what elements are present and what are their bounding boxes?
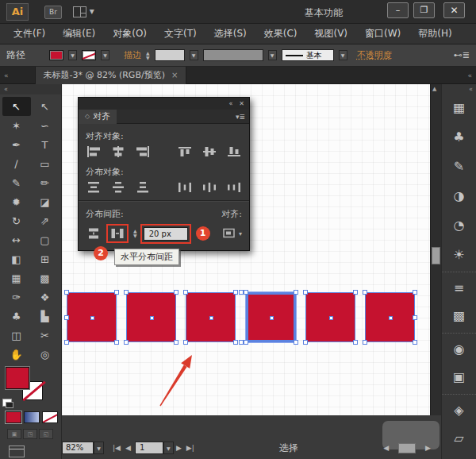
align-horizontal-right-icon[interactable] <box>135 145 151 158</box>
gradient-button[interactable] <box>24 411 40 423</box>
panel-menu-icon[interactable]: ▾≣ <box>236 113 249 121</box>
selection-handle[interactable] <box>244 340 248 345</box>
selection-handle[interactable] <box>244 290 248 295</box>
center-anchor-point[interactable] <box>329 316 333 320</box>
menu-item-6[interactable]: 视图(V) <box>305 24 356 44</box>
scroll-up-icon[interactable]: ▲ <box>432 86 436 92</box>
blob-brush-tool[interactable]: ✹ <box>2 192 31 211</box>
selection-handle[interactable] <box>413 340 417 345</box>
menu-item-2[interactable]: 对象(O) <box>104 24 155 44</box>
spacing-stepper[interactable]: ▲▼ <box>133 229 137 238</box>
workspace-switcher-icon[interactable]: ▾ <box>73 6 94 19</box>
distribute-horizontal-center-icon[interactable] <box>202 181 217 194</box>
graphic-styles-panel-icon[interactable]: ▩ <box>442 301 476 330</box>
selection-handle[interactable] <box>124 290 129 295</box>
vertical-scroll-thumb[interactable] <box>432 247 440 264</box>
artboard-dropdown-icon[interactable]: ▼ <box>163 442 174 454</box>
color-panel-icon[interactable]: ◑ <box>442 181 476 210</box>
selection-handle[interactable] <box>353 340 358 345</box>
selection-handle[interactable] <box>233 340 238 345</box>
symbol-sprayer-tool[interactable]: ♣ <box>2 307 31 326</box>
stroke-dropdown-icon[interactable]: ▼ <box>101 50 109 60</box>
dock-collapse-icon[interactable]: « <box>442 84 476 93</box>
horizontal-scroll-thumb[interactable] <box>398 443 416 453</box>
selection-handle[interactable] <box>239 290 244 295</box>
distribute-horizontal-left-icon[interactable] <box>177 181 193 194</box>
swatches-panel-icon[interactable]: ▦ <box>442 93 476 122</box>
selection-handle[interactable] <box>183 340 188 345</box>
document-tab[interactable]: 未标题-3* @ 82% (RGB/预览) × <box>35 67 187 84</box>
line-segment-tool[interactable]: ∕ <box>2 154 31 173</box>
pen-tool[interactable]: ✒ <box>2 135 31 154</box>
selection-handle[interactable] <box>64 315 69 320</box>
style-dropdown-icon[interactable]: ▼ <box>339 50 347 60</box>
control-panel-options-icon[interactable]: ⊷≣ <box>454 50 470 60</box>
rectangle-tool[interactable]: ▭ <box>31 154 60 173</box>
menu-item-3[interactable]: 文字(T) <box>155 24 205 44</box>
magic-wand-tool[interactable]: ✶ <box>2 116 31 135</box>
transparency-panel-icon[interactable]: ◉ <box>442 333 476 362</box>
stroke-style-field[interactable]: 基本 <box>282 49 334 61</box>
menu-item-5[interactable]: 效果(C) <box>255 24 306 44</box>
eyedropper-tool[interactable]: ✑ <box>2 287 31 307</box>
scroll-left-icon[interactable]: ◀ <box>381 444 391 452</box>
draw-inside-icon[interactable]: ◱ <box>39 429 53 439</box>
align-panel-tab[interactable]: ◇ 对齐 <box>79 110 117 124</box>
direct-selection-tool[interactable]: ↖ <box>31 97 60 116</box>
blend-tool[interactable]: ❖ <box>31 287 60 307</box>
eraser-tool[interactable]: ◪ <box>31 192 60 211</box>
width-tool[interactable]: ↔ <box>2 230 31 249</box>
fill-swatch[interactable] <box>6 367 29 389</box>
center-anchor-point[interactable] <box>150 316 154 320</box>
stroke-panel-icon[interactable]: ≡ <box>442 272 476 301</box>
paintbrush-tool[interactable]: ✎ <box>2 173 31 192</box>
none-button[interactable] <box>42 411 58 423</box>
menu-item-8[interactable]: 帮助(H) <box>409 24 460 44</box>
pencil-tool[interactable]: ✏ <box>31 173 60 192</box>
selection-handle[interactable] <box>233 290 238 295</box>
rotate-tool[interactable]: ↻ <box>2 211 31 230</box>
center-anchor-point[interactable] <box>389 316 393 320</box>
right-dock-collapse-icon[interactable]: « <box>463 71 476 79</box>
draw-behind-icon[interactable]: ◳ <box>23 429 37 439</box>
zoom-dropdown-icon[interactable]: ▼ <box>94 442 104 454</box>
selection-handle[interactable] <box>239 340 244 345</box>
selection-handle[interactable] <box>294 340 298 345</box>
fill-color-swatch[interactable] <box>49 50 63 60</box>
default-fill-stroke-icon[interactable] <box>2 399 12 407</box>
last-artboard-icon[interactable]: ▶| <box>184 444 197 452</box>
center-anchor-point[interactable] <box>209 316 213 320</box>
align-to-selection-icon[interactable]: ▾ <box>221 227 242 240</box>
zoom-tool[interactable]: ◎ <box>31 345 60 364</box>
slice-tool[interactable]: ✂ <box>31 326 60 345</box>
selection-handle[interactable] <box>64 290 69 295</box>
stroke-weight-dropdown-icon[interactable]: ▼ <box>190 50 198 60</box>
fill-dropdown-icon[interactable]: ▼ <box>68 50 77 60</box>
color-button[interactable] <box>6 411 21 423</box>
center-anchor-point[interactable] <box>270 316 274 320</box>
shape-builder-tool[interactable]: ◧ <box>2 249 31 268</box>
opacity-label[interactable]: 不透明度 <box>357 49 392 61</box>
panel-close-icon[interactable]: ✕ <box>239 100 244 107</box>
panel-collapse-icon[interactable]: « <box>228 100 232 107</box>
draw-normal-icon[interactable]: ▣ <box>7 429 21 439</box>
bridge-button[interactable]: Br <box>44 6 62 19</box>
perspective-grid-tool[interactable]: ⊞ <box>31 249 60 268</box>
minimize-button[interactable]: – <box>387 2 409 18</box>
first-artboard-icon[interactable]: |◀ <box>110 444 123 452</box>
appearance-panel-icon[interactable]: ☀ <box>442 240 476 269</box>
distribute-horizontal-right-icon[interactable] <box>226 181 242 194</box>
selection-handle[interactable] <box>413 290 417 295</box>
align-vertical-center-icon[interactable] <box>202 145 217 158</box>
column-graph-tool[interactable]: ▙ <box>31 307 60 326</box>
align-horizontal-center-icon[interactable] <box>110 145 126 158</box>
zoom-level-field[interactable]: 82% <box>62 442 94 454</box>
selection-handle[interactable] <box>64 340 69 345</box>
align-vertical-top-icon[interactable] <box>177 145 193 158</box>
close-button[interactable]: ✕ <box>443 2 465 18</box>
menu-item-4[interactable]: 选择(S) <box>205 24 255 44</box>
stroke-weight-field[interactable] <box>155 49 185 61</box>
spacing-value-field[interactable]: 20 px <box>144 227 188 241</box>
next-artboard-icon[interactable]: ▶ <box>174 444 184 452</box>
selection-handle[interactable] <box>174 340 178 345</box>
